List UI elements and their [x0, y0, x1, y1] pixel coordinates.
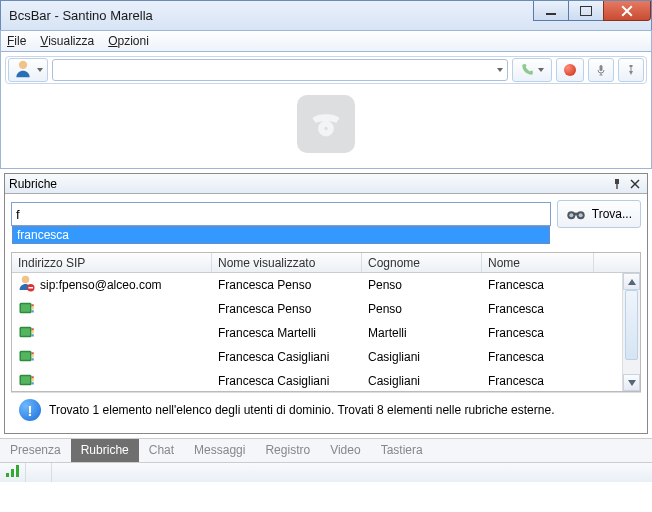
binoculars-icon	[566, 207, 586, 221]
tab-rubriche[interactable]: Rubriche	[71, 439, 139, 462]
bottom-tabs: Presenza Rubriche Chat Messaggi Registro…	[0, 438, 652, 462]
table-row[interactable]: Francesca MartelliMartelliFrancesca	[12, 321, 640, 345]
table-row[interactable]: Francesca CasiglianiCasiglianiFrancesca	[12, 369, 640, 393]
status-row: ! Trovato 1 elemento nell'elenco degli u…	[11, 392, 641, 427]
connection-indicator	[0, 463, 26, 482]
tab-messaggi[interactable]: Messaggi	[184, 439, 255, 462]
title-bar[interactable]: BcsBar - Santino Marella	[0, 0, 652, 30]
col-surname[interactable]: Cognome	[362, 253, 482, 272]
pin-panel-button[interactable]	[609, 176, 625, 192]
search-input[interactable]	[11, 202, 551, 226]
info-icon: !	[19, 399, 41, 421]
svg-rect-28	[32, 331, 34, 333]
svg-point-17	[22, 275, 30, 283]
svg-rect-29	[32, 334, 34, 336]
table-row[interactable]: Francesca PensoPensoFrancesca	[12, 297, 640, 321]
svg-rect-3	[600, 65, 603, 71]
menu-file[interactable]: File	[7, 34, 26, 48]
pushpin-icon	[625, 61, 637, 79]
table-row[interactable]: Francesca CasiglianiCasiglianiFrancesca	[12, 345, 640, 369]
find-label: Trova...	[592, 207, 632, 221]
search-box: francesca	[11, 202, 551, 226]
microphone-icon	[595, 61, 607, 79]
cell-surname: Martelli	[362, 326, 482, 340]
svg-rect-39	[32, 382, 34, 384]
presence-dropdown[interactable]	[8, 58, 48, 82]
svg-rect-24	[32, 310, 34, 312]
find-button[interactable]: Trova...	[557, 200, 641, 228]
svg-rect-27	[32, 328, 34, 330]
col-name[interactable]: Nome	[482, 253, 594, 272]
microphone-button[interactable]	[588, 58, 614, 82]
tab-chat[interactable]: Chat	[139, 439, 184, 462]
results-table: Indirizzo SIP Nome visualizzato Cognome …	[11, 252, 641, 392]
svg-rect-37	[32, 376, 34, 378]
svg-point-14	[569, 213, 573, 217]
svg-rect-4	[630, 65, 633, 67]
svg-rect-21	[21, 304, 30, 312]
pin-button[interactable]	[618, 58, 644, 82]
idle-phone-icon	[297, 95, 355, 153]
close-button[interactable]	[603, 1, 651, 21]
maximize-button[interactable]	[568, 1, 604, 21]
cell-name: Francesca	[482, 302, 594, 316]
table-row[interactable]: sip:fpenso@alceo.comFrancesca PensoPenso…	[12, 273, 640, 297]
menu-view[interactable]: Visualizza	[40, 34, 94, 48]
svg-point-7	[324, 127, 327, 130]
cell-name: Francesca	[482, 278, 594, 292]
svg-rect-38	[32, 379, 34, 381]
address-book-icon	[18, 325, 36, 342]
scroll-thumb[interactable]	[625, 290, 638, 360]
chevron-down-icon	[497, 68, 503, 72]
tab-tastiera[interactable]: Tastiera	[371, 439, 433, 462]
address-book-icon	[18, 349, 36, 366]
cell-surname: Casigliani	[362, 374, 482, 388]
call-button[interactable]	[512, 58, 552, 82]
cell-surname: Penso	[362, 278, 482, 292]
svg-rect-41	[11, 469, 14, 477]
col-display[interactable]: Nome visualizzato	[212, 253, 362, 272]
cell-display: Francesca Casigliani	[212, 374, 362, 388]
vertical-scrollbar[interactable]	[622, 273, 640, 391]
tab-presenza[interactable]: Presenza	[0, 439, 71, 462]
svg-rect-19	[29, 287, 34, 289]
svg-rect-5	[631, 67, 632, 71]
svg-rect-36	[21, 376, 30, 384]
menu-bar: File Visualizza Opzioni	[0, 30, 652, 52]
user-presence-icon	[13, 59, 33, 82]
svg-point-2	[19, 60, 27, 68]
svg-rect-33	[32, 355, 34, 357]
minimize-button[interactable]	[533, 1, 569, 21]
menu-options[interactable]: Opzioni	[108, 34, 149, 48]
svg-rect-8	[615, 179, 619, 184]
cell-surname: Penso	[362, 302, 482, 316]
cell-display: Francesca Martelli	[212, 326, 362, 340]
panel-header: Rubriche	[5, 174, 647, 194]
dial-combo[interactable]	[52, 59, 508, 81]
window-title: BcsBar - Santino Marella	[9, 8, 153, 23]
tab-video[interactable]: Video	[320, 439, 370, 462]
table-header: Indirizzo SIP Nome visualizzato Cognome …	[12, 253, 640, 273]
panel-title: Rubriche	[9, 177, 57, 191]
status-cell	[26, 463, 52, 482]
status-message: Trovato 1 elemento nell'elenco degli ute…	[49, 403, 554, 417]
svg-rect-16	[574, 213, 578, 216]
tab-registro[interactable]: Registro	[255, 439, 320, 462]
cell-name: Francesca	[482, 326, 594, 340]
status-bar	[0, 462, 652, 482]
record-button[interactable]	[556, 58, 584, 82]
col-sip[interactable]: Indirizzo SIP	[12, 253, 212, 272]
scroll-down-button[interactable]	[623, 374, 640, 391]
cell-display: Francesca Penso	[212, 278, 362, 292]
cell-name: Francesca	[482, 350, 594, 364]
phone-icon	[520, 63, 534, 77]
search-suggestion[interactable]: francesca	[12, 226, 550, 244]
center-area	[5, 84, 647, 164]
cell-display: Francesca Penso	[212, 302, 362, 316]
svg-rect-22	[32, 304, 34, 306]
signal-icon	[6, 465, 20, 480]
scroll-up-button[interactable]	[623, 273, 640, 290]
close-panel-button[interactable]	[627, 176, 643, 192]
svg-rect-26	[21, 328, 30, 336]
cell-sip: sip:fpenso@alceo.com	[40, 278, 162, 292]
